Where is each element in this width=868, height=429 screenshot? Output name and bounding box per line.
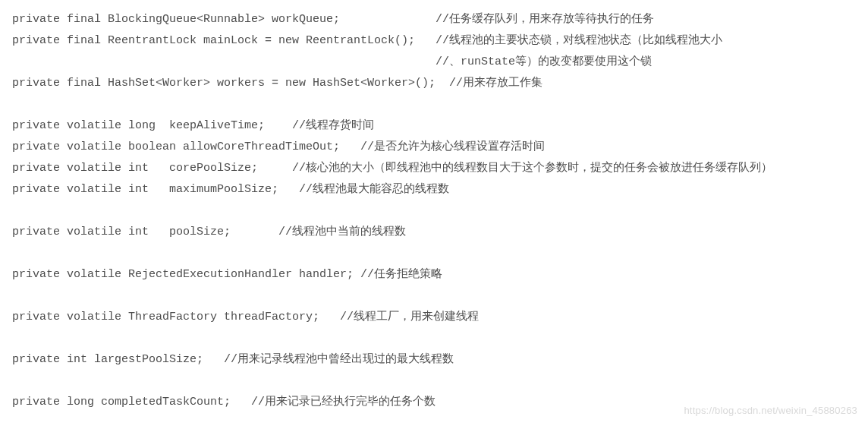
code-block: private final BlockingQueue<Runnable> wo… (12, 9, 856, 413)
